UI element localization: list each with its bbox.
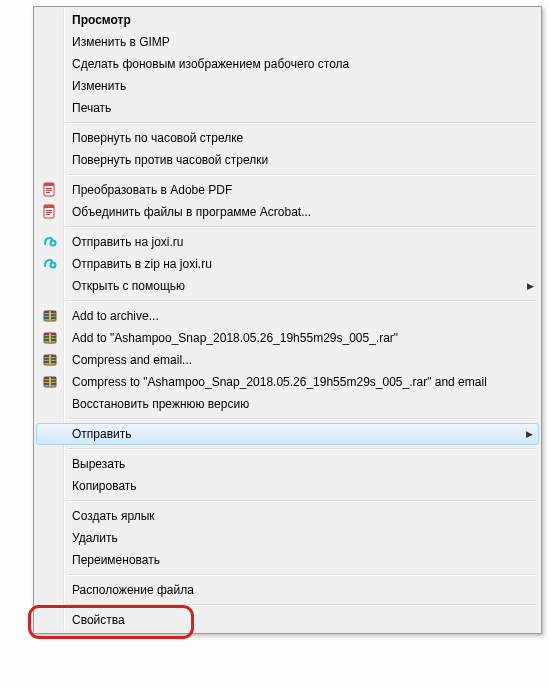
svg-point-11 — [51, 263, 56, 268]
menu-item[interactable]: Повернуть против часовой стрелки — [36, 149, 539, 171]
rar-icon — [36, 371, 64, 393]
svg-rect-6 — [44, 205, 54, 208]
joxi-icon — [36, 253, 64, 275]
rar-icon — [36, 349, 64, 371]
blank-icon — [36, 527, 64, 549]
menu-separator — [67, 500, 537, 502]
menu-separator — [67, 300, 537, 302]
menu-separator — [67, 418, 537, 420]
menu-separator — [67, 174, 537, 176]
svg-rect-21 — [49, 333, 51, 343]
blank-icon — [36, 609, 64, 631]
svg-rect-31 — [49, 377, 51, 387]
menu-item[interactable]: Просмотр — [36, 9, 539, 31]
menu-item-label: Вырезать — [64, 457, 539, 471]
blank-icon — [36, 53, 64, 75]
menu-item-label: Add to archive... — [64, 309, 539, 323]
menu-item[interactable]: Отправить▶ — [36, 423, 539, 445]
menu-item[interactable]: Свойства — [36, 609, 539, 631]
menu-item-label: Открыть с помощью — [64, 279, 521, 293]
menu-item-label: Сделать фоновым изображением рабочего ст… — [64, 57, 539, 71]
blank-icon — [36, 453, 64, 475]
menu-separator — [67, 226, 537, 228]
menu-item-label: Изменить — [64, 79, 539, 93]
menu-item-label: Свойства — [64, 613, 539, 627]
menu-item[interactable]: Add to archive... — [36, 305, 539, 327]
menu-item-label: Отправить в zip на joxi.ru — [64, 257, 539, 271]
menu-item[interactable]: Сделать фоновым изображением рабочего ст… — [36, 53, 539, 75]
menu-item[interactable]: Изменить — [36, 75, 539, 97]
menu-separator — [67, 448, 537, 450]
blank-icon — [36, 127, 64, 149]
blank-icon — [36, 475, 64, 497]
rar-icon — [36, 327, 64, 349]
svg-rect-26 — [49, 355, 51, 365]
svg-rect-16 — [49, 311, 51, 321]
menu-item-label: Переименовать — [64, 553, 539, 567]
svg-rect-4 — [46, 192, 50, 193]
blank-icon — [36, 9, 64, 31]
menu-item-label: Просмотр — [64, 13, 539, 27]
blank-icon — [36, 505, 64, 527]
blank-icon — [36, 31, 64, 53]
menu-item-label: Add to "Ashampoo_Snap_2018.05.26_19h55m2… — [64, 331, 539, 345]
menu-item[interactable]: Преобразовать в Adobe PDF — [36, 179, 539, 201]
rar-icon — [36, 305, 64, 327]
menu-item[interactable]: Переименовать — [36, 549, 539, 571]
menu-item[interactable]: Создать ярлык — [36, 505, 539, 527]
menu-item-label: Изменить в GIMP — [64, 35, 539, 49]
svg-rect-9 — [46, 214, 50, 215]
menu-item-label: Создать ярлык — [64, 509, 539, 523]
menu-item-label: Отправить — [64, 427, 520, 441]
menu-item[interactable]: Восстановить прежнюю версию — [36, 393, 539, 415]
blank-icon — [37, 423, 64, 445]
menu-item[interactable]: Открыть с помощью▶ — [36, 275, 539, 297]
menu-item-label: Отправить на joxi.ru — [64, 235, 539, 249]
submenu-arrow-icon: ▶ — [521, 281, 539, 291]
blank-icon — [36, 549, 64, 571]
blank-icon — [36, 75, 64, 97]
menu-item[interactable]: Вырезать — [36, 453, 539, 475]
svg-rect-3 — [46, 190, 52, 191]
svg-rect-7 — [46, 210, 52, 211]
submenu-arrow-icon: ▶ — [520, 429, 538, 439]
menu-item-label: Повернуть против часовой стрелки — [64, 153, 539, 167]
menu-item-label: Удалить — [64, 531, 539, 545]
menu-item[interactable]: Compress and email... — [36, 349, 539, 371]
menu-item-label: Расположение файла — [64, 583, 539, 597]
menu-separator — [67, 122, 537, 124]
blank-icon — [36, 393, 64, 415]
menu-item-label: Повернуть по часовой стрелке — [64, 131, 539, 145]
blank-icon — [36, 97, 64, 119]
menu-separator — [67, 604, 537, 606]
menu-item-label: Преобразовать в Adobe PDF — [64, 183, 539, 197]
svg-rect-8 — [46, 212, 52, 213]
svg-point-10 — [51, 241, 56, 246]
svg-rect-1 — [44, 183, 54, 186]
menu-item[interactable]: Отправить в zip на joxi.ru — [36, 253, 539, 275]
menu-item-label: Восстановить прежнюю версию — [64, 397, 539, 411]
pdf-icon — [36, 201, 64, 223]
menu-item[interactable]: Расположение файла — [36, 579, 539, 601]
menu-item[interactable]: Объединить файлы в программе Acrobat... — [36, 201, 539, 223]
blank-icon — [36, 275, 64, 297]
menu-item-label: Объединить файлы в программе Acrobat... — [64, 205, 539, 219]
menu-item[interactable]: Удалить — [36, 527, 539, 549]
menu-item-label: Compress and email... — [64, 353, 539, 367]
menu-item-label: Compress to "Ashampoo_Snap_2018.05.26_19… — [64, 375, 539, 389]
blank-icon — [36, 579, 64, 601]
blank-icon — [36, 149, 64, 171]
menu-item[interactable]: Повернуть по часовой стрелке — [36, 127, 539, 149]
joxi-icon — [36, 231, 64, 253]
menu-item[interactable]: Add to "Ashampoo_Snap_2018.05.26_19h55m2… — [36, 327, 539, 349]
menu-item[interactable]: Compress to "Ashampoo_Snap_2018.05.26_19… — [36, 371, 539, 393]
menu-item-label: Печать — [64, 101, 539, 115]
menu-separator — [67, 574, 537, 576]
menu-item-label: Копировать — [64, 479, 539, 493]
menu-item[interactable]: Изменить в GIMP — [36, 31, 539, 53]
menu-item[interactable]: Печать — [36, 97, 539, 119]
menu-item[interactable]: Отправить на joxi.ru — [36, 231, 539, 253]
context-menu: ПросмотрИзменить в GIMPСделать фоновым и… — [33, 6, 542, 634]
svg-rect-2 — [46, 188, 52, 189]
menu-item[interactable]: Копировать — [36, 475, 539, 497]
